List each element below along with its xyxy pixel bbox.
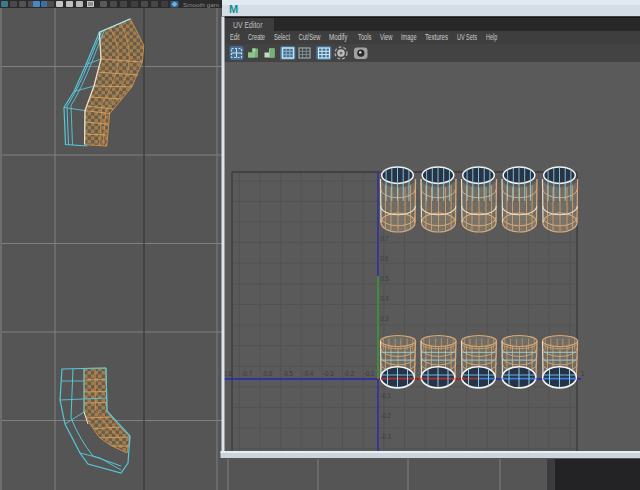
svg-text:0.3: 0.3 xyxy=(381,314,389,323)
svg-text:-0.4: -0.4 xyxy=(303,369,314,378)
svg-text:0.6: 0.6 xyxy=(381,254,389,263)
svg-text:Tools: Tools xyxy=(358,32,372,42)
svg-text:-0.2: -0.2 xyxy=(344,369,355,378)
svg-text:View: View xyxy=(380,32,393,42)
svg-text:-0.6: -0.6 xyxy=(262,369,273,378)
svg-text:0.4: 0.4 xyxy=(381,294,389,303)
svg-text:Smooth gam: Smooth gam xyxy=(183,2,219,8)
svg-text:Image: Image xyxy=(401,32,417,42)
svg-text:Help: Help xyxy=(486,32,497,42)
svg-text:-0.1: -0.1 xyxy=(364,369,375,378)
svg-text:Modify: Modify xyxy=(329,32,348,42)
svg-text:UV Sets: UV Sets xyxy=(457,32,477,42)
svg-text:M: M xyxy=(229,3,238,15)
svg-text:0.7: 0.7 xyxy=(381,234,389,243)
svg-text:-0.1: -0.1 xyxy=(381,391,392,400)
svg-text:1: 1 xyxy=(581,369,585,378)
svg-text:UV Editor: UV Editor xyxy=(233,20,263,30)
svg-text:Cut/Sew: Cut/Sew xyxy=(299,32,322,42)
svg-text:Select: Select xyxy=(274,32,290,42)
svg-text:0.5: 0.5 xyxy=(381,274,389,283)
svg-text:-0.3: -0.3 xyxy=(381,432,392,441)
svg-text:Create: Create xyxy=(248,32,265,42)
svg-text:-0.7: -0.7 xyxy=(242,369,253,378)
svg-text:Textures: Textures xyxy=(425,32,448,42)
svg-text:-0.5: -0.5 xyxy=(282,369,293,378)
svg-text:Edit: Edit xyxy=(230,32,240,42)
svg-text:-0.3: -0.3 xyxy=(323,369,334,378)
svg-text:-0.2: -0.2 xyxy=(381,411,392,420)
